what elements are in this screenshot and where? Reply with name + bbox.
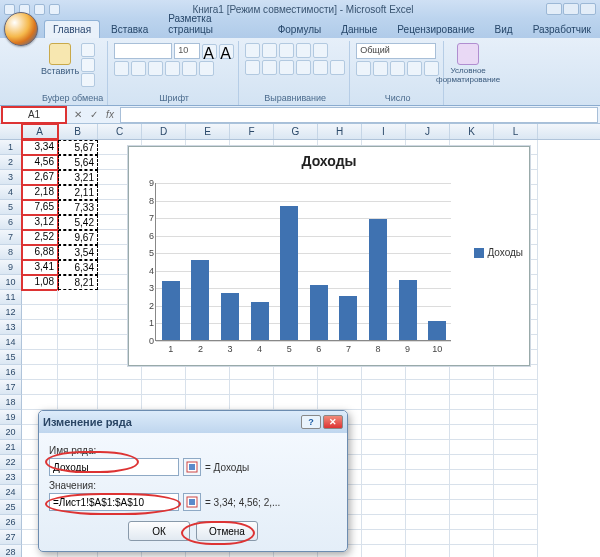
cell[interactable] — [406, 530, 450, 545]
tab-review[interactable]: Рецензирование — [388, 20, 483, 38]
cut-icon[interactable] — [81, 43, 95, 57]
cell[interactable] — [450, 410, 494, 425]
align-right-icon[interactable] — [279, 60, 294, 75]
dialog-close-button[interactable]: ✕ — [323, 415, 343, 429]
cell[interactable]: 7,33 — [58, 200, 98, 215]
cell[interactable]: 1,08 — [22, 275, 58, 290]
row-header[interactable]: 22 — [0, 455, 22, 470]
cell[interactable]: 2,11 — [58, 185, 98, 200]
number-format-select[interactable]: Общий — [356, 43, 436, 59]
font-name-select[interactable] — [114, 43, 172, 59]
row-header[interactable]: 7 — [0, 230, 22, 245]
tab-insert[interactable]: Вставка — [102, 20, 157, 38]
cell[interactable]: 8,21 — [58, 275, 98, 290]
tab-page-layout[interactable]: Разметка страницы — [159, 9, 266, 38]
cell[interactable] — [22, 335, 58, 350]
chart-bar[interactable] — [399, 280, 417, 340]
cell[interactable] — [494, 515, 538, 530]
chart-bar[interactable] — [162, 281, 180, 340]
row-header[interactable]: 1 — [0, 140, 22, 155]
row-header[interactable]: 23 — [0, 470, 22, 485]
cell[interactable]: 3,34 — [22, 140, 58, 155]
cell[interactable]: 6,34 — [58, 260, 98, 275]
cell[interactable] — [362, 365, 406, 380]
cell[interactable]: 2,52 — [22, 230, 58, 245]
dialog-help-button[interactable]: ? — [301, 415, 321, 429]
redo-icon[interactable] — [34, 4, 45, 15]
tab-developer[interactable]: Разработчик — [524, 20, 600, 38]
minimize-button[interactable] — [546, 3, 562, 15]
cell[interactable] — [142, 365, 186, 380]
cancel-button[interactable]: Отмена — [196, 521, 258, 541]
font-color-icon[interactable] — [199, 61, 214, 76]
cell[interactable] — [274, 380, 318, 395]
shrink-font-icon[interactable]: A — [219, 44, 234, 59]
cell[interactable]: 3,12 — [22, 215, 58, 230]
cell[interactable] — [494, 545, 538, 557]
row-header[interactable]: 28 — [0, 545, 22, 557]
embedded-chart[interactable]: Доходы 012345678912345678910 Доходы — [128, 146, 530, 366]
row-header[interactable]: 5 — [0, 200, 22, 215]
cell[interactable] — [406, 545, 450, 557]
dialog-titlebar[interactable]: Изменение ряда ? ✕ — [39, 411, 347, 433]
cell[interactable]: 5,42 — [58, 215, 98, 230]
border-icon[interactable] — [165, 61, 180, 76]
tab-view[interactable]: Вид — [486, 20, 522, 38]
row-header[interactable]: 13 — [0, 320, 22, 335]
cell[interactable] — [450, 500, 494, 515]
cell[interactable] — [230, 380, 274, 395]
inc-decimal-icon[interactable] — [407, 61, 422, 76]
cell[interactable] — [362, 440, 406, 455]
cell[interactable] — [58, 320, 98, 335]
row-header[interactable]: 12 — [0, 305, 22, 320]
range-picker-button[interactable] — [183, 458, 201, 476]
col-header-l[interactable]: L — [494, 124, 538, 139]
align-left-icon[interactable] — [245, 60, 260, 75]
cell[interactable]: 5,64 — [58, 155, 98, 170]
conditional-formatting-button[interactable]: Условное форматирование — [450, 43, 486, 84]
cell[interactable]: 9,67 — [58, 230, 98, 245]
row-header[interactable]: 27 — [0, 530, 22, 545]
cell[interactable] — [230, 365, 274, 380]
cell[interactable] — [450, 485, 494, 500]
cell[interactable] — [450, 515, 494, 530]
cell[interactable] — [494, 530, 538, 545]
office-button[interactable] — [4, 12, 38, 46]
close-button[interactable] — [580, 3, 596, 15]
cell[interactable] — [186, 395, 230, 410]
cell[interactable] — [362, 470, 406, 485]
cell[interactable]: 7,65 — [22, 200, 58, 215]
cell[interactable] — [362, 425, 406, 440]
col-header-j[interactable]: J — [406, 124, 450, 139]
row-header[interactable]: 24 — [0, 485, 22, 500]
cell[interactable] — [450, 470, 494, 485]
formula-input[interactable] — [120, 107, 598, 123]
cell[interactable] — [362, 515, 406, 530]
font-size-select[interactable]: 10 — [174, 43, 200, 59]
cell[interactable] — [362, 380, 406, 395]
cell[interactable] — [318, 380, 362, 395]
ok-button[interactable]: ОК — [128, 521, 190, 541]
chart-bar[interactable] — [428, 321, 446, 340]
row-header[interactable]: 17 — [0, 380, 22, 395]
enter-formula-icon[interactable]: ✓ — [87, 108, 101, 122]
edit-series-dialog[interactable]: Изменение ряда ? ✕ Имя ряда: = Доходы Зн… — [38, 410, 348, 552]
cell[interactable] — [142, 380, 186, 395]
cell[interactable] — [406, 455, 450, 470]
cell[interactable] — [494, 410, 538, 425]
cell[interactable] — [406, 395, 450, 410]
cell[interactable]: 3,41 — [22, 260, 58, 275]
cell[interactable] — [22, 320, 58, 335]
col-header-b[interactable]: B — [58, 124, 98, 139]
cell[interactable] — [406, 365, 450, 380]
row-header[interactable]: 20 — [0, 425, 22, 440]
currency-icon[interactable] — [356, 61, 371, 76]
row-header[interactable]: 4 — [0, 185, 22, 200]
paste-button[interactable]: Вставить — [42, 43, 78, 92]
wrap-text-icon[interactable] — [313, 43, 328, 58]
row-header[interactable]: 6 — [0, 215, 22, 230]
cell[interactable] — [362, 395, 406, 410]
row-header[interactable]: 18 — [0, 395, 22, 410]
cell[interactable] — [58, 380, 98, 395]
cell[interactable] — [230, 395, 274, 410]
